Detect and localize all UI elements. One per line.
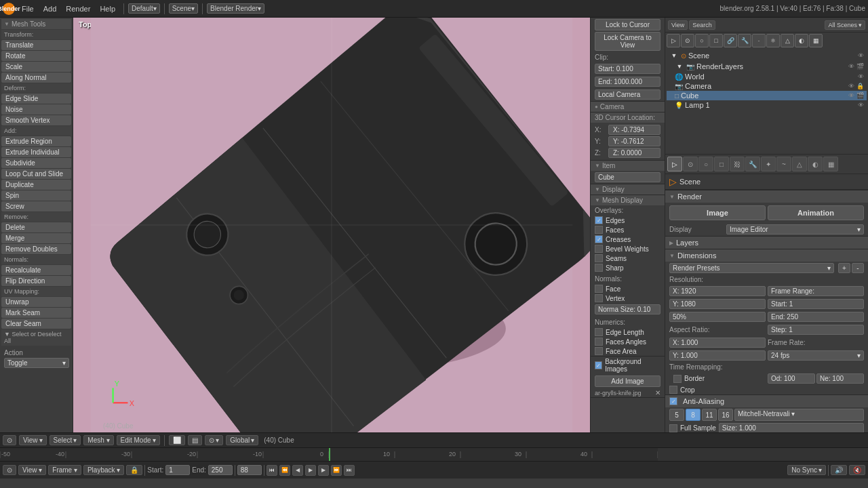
mode-dropdown[interactable]: Edit Mode ▾ <box>117 435 160 445</box>
layout-dropdown[interactable]: Default ▾ <box>128 3 160 14</box>
face-normal-checkbox[interactable] <box>595 285 603 293</box>
scene-eye-icon[interactable]: 👁 <box>858 52 864 59</box>
mesh-tools-title[interactable]: ▼ Mesh Tools <box>1 19 71 29</box>
tab-particles[interactable]: ✦ <box>761 157 776 171</box>
timeline-playback-menu[interactable]: Playback ▾ <box>83 465 124 475</box>
menu-file[interactable]: File <box>18 3 38 14</box>
display-header[interactable]: ▼ Display <box>591 184 665 195</box>
res-pct-field[interactable]: 50% <box>669 312 766 322</box>
presets-dropdown[interactable]: Render Presets ▾ <box>669 263 834 273</box>
add-section[interactable]: Add: <box>1 126 71 136</box>
next-frame-btn[interactable]: ▶ <box>318 465 329 476</box>
image-close-icon[interactable]: ✕ <box>655 389 660 396</box>
start-frame-field[interactable]: 1 <box>165 465 190 475</box>
btn-remove-doubles[interactable]: Remove Doubles <box>1 244 71 254</box>
menu-render[interactable]: Render <box>62 3 94 14</box>
tab-scene[interactable]: ⊙ <box>683 157 698 171</box>
presets-remove-btn[interactable]: - <box>852 263 864 273</box>
btn-merge[interactable]: Merge <box>1 233 71 243</box>
viewport-overlay-btn[interactable]: ▤ <box>188 435 202 445</box>
select-section[interactable]: ▼ Select or Deselect All <box>1 329 71 346</box>
props-material-icon[interactable]: ◐ <box>795 34 808 47</box>
menu-help[interactable]: Help <box>96 3 119 14</box>
btn-clear-seam[interactable]: Clear Seam <box>1 319 71 329</box>
rl-eye-icon[interactable]: 👁 <box>848 63 854 70</box>
btn-loop-cut[interactable]: Loop Cut and Slide <box>1 169 71 179</box>
props-texture-icon[interactable]: ▦ <box>809 34 823 47</box>
layers-header[interactable]: ▶ Layers <box>665 237 868 249</box>
vertex-normal-checkbox[interactable] <box>595 294 603 302</box>
btn-unwrap[interactable]: Unwrap <box>1 297 71 307</box>
end-field[interactable]: End: 250 <box>768 312 864 322</box>
world-eye-icon[interactable]: 👁 <box>858 73 864 80</box>
tab-material[interactable]: ◐ <box>808 157 823 171</box>
props-scene-icon[interactable]: ⊙ <box>681 34 694 47</box>
step-field[interactable]: Step: 1 <box>768 325 864 335</box>
jump-prev-btn[interactable]: ⏪ <box>279 465 290 476</box>
camera-header[interactable]: ● Camera <box>591 102 665 112</box>
bg-images-checkbox[interactable]: ✓ <box>595 361 602 369</box>
res-x-field[interactable]: X: 1920 <box>669 286 766 296</box>
norma-size-field[interactable]: Norma Size: 0.10 <box>595 304 660 314</box>
new-field[interactable]: Ne: 100 <box>816 373 864 384</box>
sync-dropdown[interactable]: No Sync ▾ <box>787 465 826 475</box>
render-image-btn[interactable]: Image <box>669 205 766 220</box>
btn-flip-direction[interactable]: Flip Direction <box>1 276 71 286</box>
cube-eye-icon[interactable]: 👁 <box>848 92 854 99</box>
btn-scale[interactable]: Scale <box>1 62 71 72</box>
lock-cursor-btn[interactable]: Lock to Cursor <box>595 19 660 30</box>
tab-data[interactable]: △ <box>792 157 807 171</box>
props-render-icon[interactable]: ▷ <box>667 34 680 47</box>
remove-section[interactable]: Remove: <box>1 212 71 222</box>
props-object-icon[interactable]: □ <box>709 34 723 47</box>
cursor-x-field[interactable]: X: -0.7394 <box>608 125 660 135</box>
props-particles-icon[interactable]: · <box>752 34 766 47</box>
btn-along-normal[interactable]: Along Normal <box>1 73 71 83</box>
props-data-icon[interactable]: △ <box>781 34 794 47</box>
btn-noise[interactable]: Noise <box>1 104 71 115</box>
creases-checkbox[interactable]: ✓ <box>595 235 603 243</box>
viewport[interactable]: Top Ortho <box>73 18 590 432</box>
aspect-x-field[interactable]: X: 1.000 <box>669 338 766 348</box>
aa-btn-8[interactable]: 8 <box>686 409 701 421</box>
prev-frame-btn[interactable]: ◀ <box>292 465 303 476</box>
aspect-y-field[interactable]: Y: 1.000 <box>669 350 766 361</box>
display-dropdown[interactable]: Image Editor ▾ <box>726 224 864 235</box>
btn-subdivide[interactable]: Subdivide <box>1 158 71 168</box>
faces-checkbox[interactable] <box>595 226 603 234</box>
scene-dropdown[interactable]: Scene ▾ <box>169 3 198 14</box>
tree-item-cube[interactable]: □ Cube 👁 🎬 <box>667 91 867 100</box>
current-frame-field[interactable]: 88 <box>237 465 262 475</box>
timeline-view-menu[interactable]: View ▾ <box>18 465 46 475</box>
timeline-lock-btn[interactable]: 🔒 <box>126 465 142 475</box>
tab-object[interactable]: □ <box>714 157 729 171</box>
render-animation-btn[interactable]: Animation <box>768 205 864 220</box>
btn-spin[interactable]: Spin <box>1 190 71 201</box>
pivot-dropdown[interactable]: ⊙ ▾ <box>205 435 224 445</box>
tab-world[interactable]: ○ <box>698 157 713 171</box>
end-frame-field[interactable]: 250 <box>208 465 233 475</box>
tree-item-renderlayers[interactable]: ▼ 📷 RenderLayers 👁 🎬 <box>667 61 867 72</box>
faces-angles-checkbox[interactable] <box>595 338 603 346</box>
btn-extrude-region[interactable]: Extrude Region <box>1 136 71 146</box>
select-menu[interactable]: Select ▾ <box>50 435 81 445</box>
transform-section[interactable]: Transform: <box>1 30 71 39</box>
aa-btn-16[interactable]: 16 <box>718 409 733 421</box>
btn-edge-slide[interactable]: Edge Slide <box>1 94 71 104</box>
tab-constraints[interactable]: ⛓ <box>730 157 745 171</box>
item-name-field[interactable]: Cube <box>595 172 660 182</box>
aa-header[interactable]: ✓ Anti-Aliasing <box>665 395 868 407</box>
uv-section[interactable]: UV Mapping: <box>1 287 71 296</box>
rl-render-icon[interactable]: 🎬 <box>856 63 864 70</box>
bevel-checkbox[interactable] <box>595 245 603 253</box>
coord-dropdown[interactable]: Global ▾ <box>226 435 258 445</box>
btn-duplicate[interactable]: Duplicate <box>1 180 71 190</box>
menu-add[interactable]: Add <box>39 3 61 14</box>
mesh-menu[interactable]: Mesh ▾ <box>83 435 113 445</box>
audio-btn[interactable]: 🔊 <box>831 465 847 475</box>
props-physics-icon[interactable]: ⚛ <box>766 34 780 47</box>
jump-next-btn[interactable]: ⏩ <box>331 465 342 476</box>
seams-checkbox[interactable] <box>595 254 603 262</box>
full-sample-checkbox[interactable] <box>669 424 677 432</box>
start-field[interactable]: Start: 1 <box>768 299 864 309</box>
